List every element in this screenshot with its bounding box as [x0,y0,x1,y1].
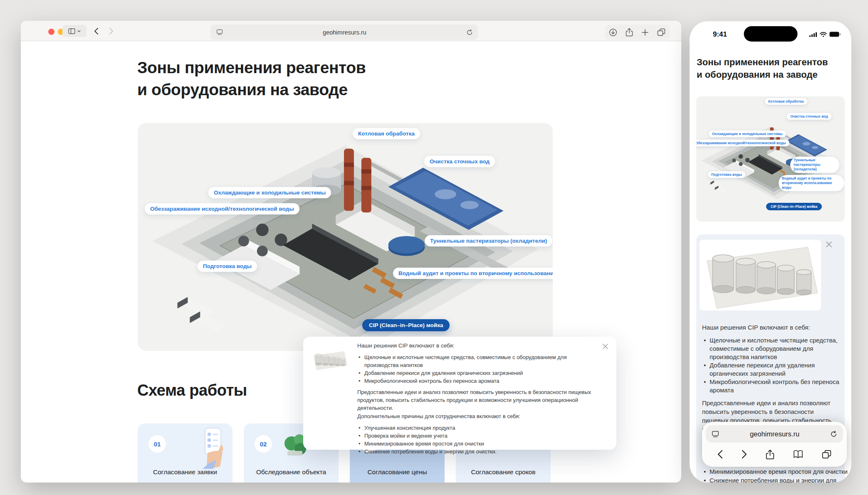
mobile-card-intro: Наши решения CIP включают в себя: [702,323,841,332]
step-label: Согласование сроков [456,468,551,476]
dynamic-island [744,26,797,42]
status-bar-time: 9:41 [713,30,727,39]
popup-bullet: Проверка мойки и ведение учета [357,432,601,440]
close-icon [826,241,832,248]
popup-bullet-list-2: Улучшенная консистенция продукта Проверк… [357,424,601,456]
battery-icon [829,32,841,37]
mobile-card-bullet: Добавление перекиси для удаления органич… [702,361,841,378]
wifi-icon [820,32,827,37]
sidebar-icon [68,28,75,34]
callout-wastewater-treatment[interactable]: Очистка сточных вод [787,113,831,120]
mobile-address-bar[interactable]: geohimresurs.ru [706,425,843,443]
page-title-line2: и оборудования на заводе [137,79,366,101]
step-number-badge: 02 [255,435,272,453]
iphone-safari-view: 9:41 Зоны применения реагентов и оборудо… [690,21,851,483]
address-bar[interactable]: geohimresurs.ru [210,25,478,40]
mobile-page-title-line1: Зоны применения реагентов [697,56,828,69]
sidebar-toggle-button[interactable] [62,25,87,37]
chevron-right-icon [109,27,114,35]
status-bar-icons [809,32,841,37]
callout-cooling-systems[interactable]: Охлаждающие и холодильные системы [709,131,786,137]
mobile-url-text: geohimresurs.ru [719,430,830,438]
popup-bullet: Улучшенная консистенция продукта [357,424,601,432]
callout-cip-washing[interactable]: CIP (Clean–in–Place) мойка [766,203,822,210]
popup-body: Наши решения CIP включают в себя: Щелочн… [357,342,601,459]
step-label: Согласование цены [350,468,445,476]
callout-water-disinfection[interactable]: Обеззараживание исходной/технологической… [696,140,789,146]
popup-paragraph: Предоставленные идеи и анализ позволяют … [357,388,601,412]
close-icon [602,343,608,350]
popup-more-intro: Дополнительные причины для сотрудничеств… [357,412,601,420]
mobile-card-close-button[interactable] [825,240,833,249]
callout-water-preparation[interactable]: Подготовка воды [708,171,745,178]
factory-map-panel: Котловая обработка Очистка сточных вод О… [138,123,553,351]
mobile-page-title: Зоны применения реагентов и оборудования… [697,56,828,81]
share-icon[interactable] [626,28,633,37]
popup-bullet: Добавление перекиси для удаления органич… [357,369,601,377]
mobile-card-bullet: Микробиологический контроль без переноса… [702,378,841,394]
step-label: Обследование объекта [244,468,339,476]
callout-cip-washing[interactable]: CIP (Clean–in–Place) мойка [362,319,450,331]
cip-tanks-thumbnail [312,347,348,372]
mobile-toolbar [702,443,847,465]
callout-wastewater-treatment[interactable]: Очистка сточных вод [424,156,495,167]
mobile-card-bullet: Снижение потребления воды и энергии для [702,476,843,483]
cip-tanks-photo [700,240,821,310]
browser-toolbar: geohimresurs.ru [21,21,681,41]
reload-icon[interactable] [466,29,473,36]
callout-cooling-systems[interactable]: Охлаждающие и холодильные системы [208,187,331,198]
mobile-card-bottom-bullets: Минимизированное время простоя для очист… [702,467,843,483]
mobile-safari-bar: geohimresurs.ru [702,422,847,467]
share-icon[interactable] [766,449,774,460]
mobile-page-title-line2: и оборудования на заводе [697,69,828,81]
page-settings-icon [216,29,223,35]
url-text: geohimresurs.ru [223,29,466,36]
callout-water-audit[interactable]: Водный аудит и проекты по вторичному исп… [779,175,844,191]
popup-bullet: Микробиологический контроль без переноса… [357,377,601,385]
popup-bullet: Снижение потребления воды и энергии для … [357,448,601,456]
callout-boiler-treatment[interactable]: Котловая обработка [353,128,420,139]
tabs-overview-icon[interactable] [822,450,831,459]
page-title-line1: Зоны применения реагентов [137,57,366,79]
popup-bullet: Минимизированное время простоя для очист… [357,440,601,448]
chevron-down-icon [77,30,81,32]
toolbar-button-group [605,25,670,40]
phone-in-hand-illustration [197,427,226,469]
new-tab-icon[interactable] [641,29,649,36]
chevron-left-icon [94,27,99,35]
callout-tunnel-pasteurizers[interactable]: Туннельные пастеризаторы (охладители) [425,235,552,246]
mobile-card-bullets: Щелочные и кислотные чистящие средства, … [702,336,841,394]
callout-water-disinfection[interactable]: Обеззараживание исходной/технологической… [145,203,299,214]
popup-bullet: Щелочные и кислотные чистящие средства, … [357,353,601,369]
callout-water-preparation[interactable]: Подготовка воды [198,261,257,272]
page-settings-icon [712,431,719,438]
reload-icon[interactable] [830,431,837,438]
step-label: Согласование заявки [138,468,232,476]
step-card-1[interactable]: 01 Согласование заявки [138,424,232,483]
callout-water-audit[interactable]: Водный аудит и проекты по вторичному исп… [393,268,553,279]
forward-button[interactable] [105,25,117,37]
mobile-card-bullet: Минимизированное время простоя для очист… [702,467,843,476]
step-number-badge: 01 [148,435,166,453]
callout-boiler-treatment[interactable]: Котловая обработка [765,98,807,105]
safari-window: geohimresurs.ru [21,21,681,483]
tabs-overview-icon[interactable] [657,28,665,36]
popup-close-button[interactable] [601,342,610,351]
popup-bullet-list-1: Щелочные и кислотные чистящие средства, … [357,353,601,385]
callout-tunnel-pasteurizers[interactable]: Туннельные пастеризаторы (охладители) [790,157,839,173]
back-button[interactable] [90,25,102,37]
bookmarks-icon[interactable] [793,450,803,459]
page-title: Зоны применения реагентов и оборудования… [137,57,366,101]
cip-popup: Наши решения CIP включают в себя: Щелочн… [303,337,616,450]
mobile-factory-map-panel: Котловая обработка Очистка сточных вод О… [696,96,845,222]
popup-intro: Наши решения CIP включают в себя: [357,342,601,350]
back-icon[interactable] [717,450,723,459]
cip-tanks-illustration [700,240,821,310]
screenshot-canvas: geohimresurs.ru [0,0,868,495]
close-window-button[interactable] [48,29,54,35]
mobile-card-bullet: Щелочные и кислотные чистящие средства, … [702,336,841,361]
cellular-signal-icon [809,32,817,37]
forward-icon[interactable] [742,450,747,459]
download-icon[interactable] [609,28,617,37]
scheme-section-title: Схема работы [137,382,247,399]
